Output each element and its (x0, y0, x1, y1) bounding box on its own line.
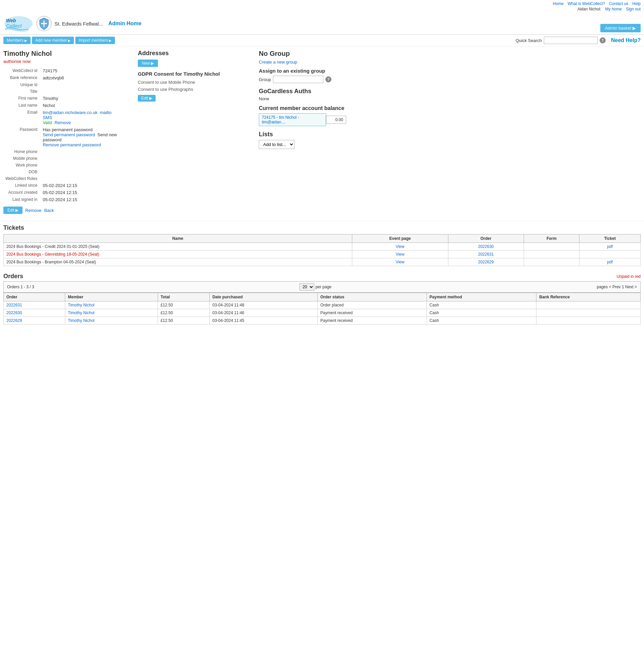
gdpr-section: GDPR Consent for Timothy Nichol Consent … (138, 71, 252, 102)
member-details-table: WebCollect id 724175 Bank reference adtz… (3, 67, 131, 203)
field-label: Last signed in (3, 196, 41, 203)
order-member-link[interactable]: Timothy Nichol (68, 303, 94, 308)
authorise-link[interactable]: authorise now (3, 59, 131, 64)
order-link[interactable]: 2022630 (478, 244, 494, 249)
members-breadcrumb[interactable]: Members ▶ (3, 37, 30, 44)
order-member-link[interactable]: Timothy Nichol (68, 318, 94, 323)
order-id-link[interactable]: 2022629 (6, 318, 22, 323)
group-input[interactable] (273, 76, 323, 83)
order-member: Timothy Nichol (65, 317, 158, 325)
orders-col-date: Date purchased (209, 293, 317, 302)
table-row: 2022631 Timothy Nichol £12.50 03-04-2024… (4, 302, 641, 309)
order-member: Timothy Nichol (65, 309, 158, 317)
field-value (41, 162, 131, 168)
group-help-icon[interactable]: ? (325, 76, 331, 82)
field-label: Title (3, 88, 41, 95)
email-sms-link[interactable]: SMS (43, 115, 52, 120)
import-members-breadcrumb[interactable]: Import members ▶ (75, 37, 115, 44)
order-date: 03-04-2024 11:46 (209, 309, 317, 317)
field-value: adtzxtvqb8 (41, 74, 131, 81)
field-label: Unique id (3, 81, 41, 88)
remove-perm-pass-link[interactable]: Remove permanent password (43, 142, 101, 147)
table-row: 2022630 Timothy Nichol £12.50 03-04-2024… (4, 309, 641, 317)
field-value (41, 168, 131, 175)
table-row: Account created 05-02-2024 12:15 (3, 189, 131, 196)
orders-title: Orders (3, 273, 23, 280)
orders-pagination: Orders 1 - 3 / 3 20 per page pages < Pre… (3, 281, 641, 293)
admin-basket-button[interactable]: Admin basket ▶ (600, 24, 641, 32)
email-remove-link[interactable]: Remove (55, 120, 70, 125)
table-row: First name Timothy (3, 95, 131, 102)
need-help-link[interactable]: Need Help? (611, 37, 641, 43)
per-page-area: 20 per page (299, 283, 331, 291)
ticket-name: 2024 Bus Bookings - Brampton 04-05-2024 … (4, 258, 352, 266)
field-value: 724175 (41, 67, 131, 74)
balance-account: 724175 - tim Nichol - tim@aidan.... (259, 113, 326, 126)
gocardless-none: None (259, 96, 641, 101)
table-row: Last signed in 05-02-2024 12:15 (3, 196, 131, 203)
my-home-link[interactable]: My home (605, 7, 622, 12)
right-column: No Group Create a new group Assign to an… (259, 50, 641, 214)
shield-icon (36, 16, 52, 31)
table-row: 2024 Bus Bookings - Brampton 04-05-2024 … (4, 258, 641, 266)
table-row: Linked since 05-02-2024 12:15 (3, 182, 131, 189)
table-row: WebCollect Roles (3, 175, 131, 182)
pdf-link[interactable]: pdf (607, 244, 613, 249)
order-link[interactable]: 2022631 (478, 252, 494, 257)
add-new-arrow-icon: ▶ (68, 39, 70, 42)
create-group-link[interactable]: Create a new group (259, 60, 641, 65)
order-id: 2022630 (4, 309, 65, 317)
table-row: DOB (3, 168, 131, 175)
import-arrow-icon: ▶ (109, 39, 112, 42)
field-value: 05-02-2024 12:15 (41, 196, 131, 203)
contact-link[interactable]: Contact us (609, 1, 628, 6)
view-event-link[interactable]: View (395, 252, 404, 257)
ticket-name: 2024 Bus Bookings - Glenridding 18-05-20… (4, 251, 352, 258)
ticket-event-page: View (352, 258, 448, 266)
table-row: Last name Nichol (3, 102, 131, 109)
admin-home-link[interactable]: Admin Home (108, 21, 142, 26)
members-arrow-icon: ▶ (24, 39, 27, 42)
per-page-select[interactable]: 20 (299, 283, 314, 291)
top-nav: Home What is WebCollect? Contact us Help (0, 0, 644, 7)
remove-member-link[interactable]: Remove (25, 208, 41, 213)
pdf-link[interactable]: pdf (607, 260, 613, 264)
add-to-list-select[interactable]: Add to list... (259, 140, 295, 149)
edit-gdpr-button[interactable]: Edit ▶ (138, 95, 156, 102)
home-link[interactable]: Home (553, 1, 564, 6)
order-link[interactable]: 2022629 (478, 260, 494, 264)
search-help-icon[interactable]: ? (600, 37, 606, 43)
view-event-link[interactable]: View (395, 244, 404, 249)
order-date: 03-04-2024 11:45 (209, 317, 317, 325)
group-input-row: Group ? (259, 76, 641, 83)
order-id-link[interactable]: 2022631 (6, 303, 22, 308)
ticket-order: 2022630 (448, 243, 524, 251)
email-primary-link[interactable]: tim@aidan.nicholware.co.uk (43, 110, 98, 115)
order-method: Cash (427, 317, 536, 325)
ticket-event-page: View (352, 251, 448, 258)
new-address-button[interactable]: New ▶ (138, 60, 158, 67)
orders-col-total: Total (158, 293, 209, 302)
search-input[interactable] (544, 37, 598, 44)
what-is-link[interactable]: What is WebCollect? (568, 1, 605, 6)
edit-member-button[interactable]: Edit ▶ (3, 207, 23, 214)
view-event-link[interactable]: View (395, 260, 404, 264)
send-perm-pass-link[interactable]: Send permanent password (43, 132, 95, 137)
back-link[interactable]: Back (44, 208, 54, 213)
orders-col-order: Order (4, 293, 65, 302)
order-id-link[interactable]: 2022630 (6, 310, 22, 315)
orders-col-member: Member (65, 293, 158, 302)
addresses-title: Addresses (138, 50, 252, 57)
add-new-member-breadcrumb[interactable]: Add new member ▶ (32, 37, 74, 44)
help-link[interactable]: Help (632, 1, 641, 6)
svg-text:Web: Web (6, 18, 16, 23)
order-member-link[interactable]: Timothy Nichol (68, 310, 94, 315)
order-status: Payment received (318, 317, 427, 325)
field-label: WebCollect Roles (3, 175, 41, 182)
table-row: Title (3, 88, 131, 95)
sign-out-link[interactable]: Sign out (626, 7, 641, 12)
field-value (41, 148, 131, 155)
order-status: Order placed (318, 302, 427, 309)
order-id: 2022631 (4, 302, 65, 309)
email-mailto-link[interactable]: mailto (100, 110, 112, 115)
